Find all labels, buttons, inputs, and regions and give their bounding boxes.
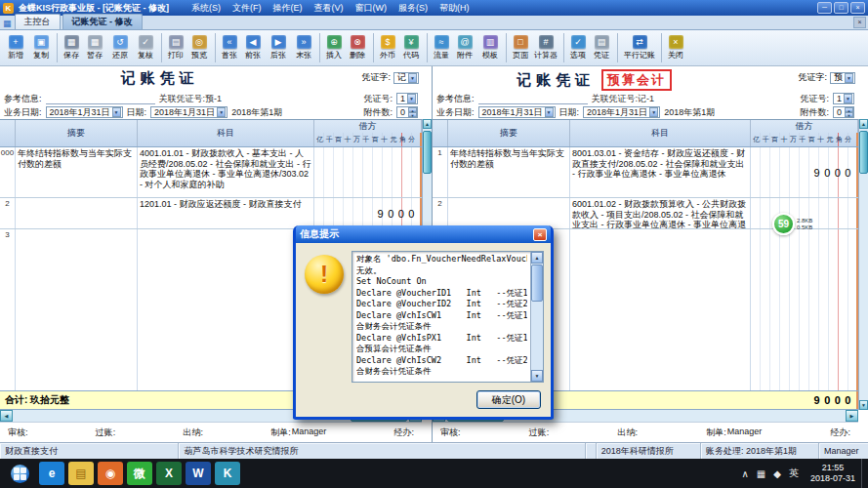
menu-item[interactable]: 操作(E) — [273, 2, 303, 15]
float-widget[interactable]: 59 2.8KB 0.5KB — [772, 213, 812, 235]
toolbar-button[interactable]: ¥ 代码 — [398, 33, 424, 62]
chevron-down-icon[interactable]: ▼ — [844, 94, 852, 103]
row-number[interactable]: 1 — [433, 147, 448, 197]
tray-icon[interactable]: ▦ — [757, 468, 765, 479]
account-cell[interactable] — [138, 229, 314, 390]
spin-down-icon[interactable]: ▼ — [845, 112, 853, 117]
taskbar-icon[interactable]: e — [39, 462, 64, 485]
chevron-down-icon[interactable]: ▼ — [649, 107, 658, 117]
toolbar-button[interactable]: ✓ 选项 — [563, 33, 589, 62]
dialog-close-icon[interactable]: × — [533, 228, 547, 241]
toolbar-button[interactable]: ▤ 打印 — [161, 33, 186, 62]
summary-cell[interactable] — [448, 198, 570, 228]
summary-cell[interactable]: 年终结转指标数与当年实际支付数的差额 — [448, 147, 570, 197]
debit-cell[interactable]: 9000 — [751, 147, 858, 197]
chevron-down-icon[interactable]: ▼ — [845, 73, 853, 83]
voucher-no-select[interactable]: 1 ▼ — [396, 93, 418, 104]
row-number[interactable]: 2 — [0, 198, 16, 228]
dialog-scrollbar[interactable]: ▲ ▼ — [530, 252, 543, 382]
voucher-no-select[interactable]: 1 ▼ — [833, 93, 854, 104]
toolbar-button[interactable]: « 首张 — [215, 33, 240, 62]
chevron-down-icon[interactable]: ▼ — [407, 94, 416, 103]
toolbar-button[interactable]: @ 附件 — [452, 33, 477, 62]
reference-input[interactable] — [478, 94, 588, 104]
toolbar-button[interactable]: ◀ 前张 — [240, 33, 266, 62]
speed-badge[interactable]: 59 — [772, 213, 795, 235]
taskbar-icon[interactable]: X — [156, 462, 182, 485]
voucher-word-select[interactable]: 记 ▼ — [393, 72, 419, 84]
toolbar-button[interactable]: ▦ 暂存 — [82, 33, 107, 62]
toolbar-button[interactable]: + 新增 — [3, 33, 28, 62]
debit-cell[interactable]: 9000 — [314, 198, 422, 228]
tray-icon[interactable]: ∧ — [741, 468, 748, 479]
toolbar-button[interactable]: × 关闭 — [661, 33, 686, 62]
debit-cell[interactable] — [751, 229, 858, 390]
tab[interactable]: 主控台 — [15, 14, 61, 29]
menu-item[interactable]: 帮助(H) — [439, 2, 470, 15]
tab-close-icon[interactable]: × — [853, 17, 866, 28]
taskbar-icon[interactable]: ◉ — [98, 462, 123, 485]
scroll-up-icon[interactable]: ▲ — [531, 252, 543, 264]
scroll-down-icon[interactable]: ▼ — [859, 400, 868, 410]
chevron-down-icon[interactable]: ▼ — [217, 107, 226, 117]
menu-item[interactable]: 窗口(W) — [355, 2, 388, 15]
scroll-right-icon[interactable]: ▶ — [846, 410, 858, 422]
toolbar-button[interactable]: » 末张 — [291, 33, 316, 62]
toolbar-button[interactable]: ⊕ 插入 — [319, 33, 345, 62]
menu-item[interactable]: 文件(F) — [232, 2, 262, 15]
scrollbar-track[interactable] — [531, 264, 543, 370]
toolbar-button[interactable]: ⊗ 删除 — [345, 33, 370, 62]
toolbar-button[interactable]: ▥ 模板 — [477, 33, 503, 62]
row-number[interactable]: 3 — [0, 229, 16, 390]
scroll-left-icon[interactable]: ◀ — [0, 410, 13, 422]
reference-input[interactable] — [46, 94, 155, 104]
taskbar-icon[interactable]: ▤ — [68, 462, 94, 485]
minimize-button[interactable]: ─ — [817, 2, 832, 14]
scroll-down-icon[interactable]: ▼ — [531, 370, 543, 382]
spin-down-icon[interactable]: ▼ — [408, 112, 417, 117]
toolbar-button[interactable]: ⇄ 平行记账 — [617, 33, 658, 62]
biz-date-picker[interactable]: 2018年1月31日 ▼ — [46, 106, 123, 118]
summary-cell[interactable]: 年终结转指标数与当年实际支付数的差额 — [16, 147, 138, 197]
row-number[interactable]: 2 — [433, 198, 448, 228]
toolbar-button[interactable]: □ 页面 — [506, 33, 531, 62]
toolbar-button[interactable]: # 计算器 — [531, 33, 560, 62]
scroll-up-icon[interactable]: ▲ — [423, 119, 432, 129]
account-cell[interactable] — [570, 229, 751, 390]
ok-button[interactable]: 确定(O) — [476, 390, 541, 409]
toolbar-button[interactable]: ▤ 凭证 — [589, 33, 614, 62]
summary-cell[interactable] — [16, 229, 138, 390]
toolbar-button[interactable]: $ 外币 — [373, 33, 398, 62]
attachment-count-spinner[interactable]: 0 ▲▼ — [396, 106, 418, 118]
account-cell[interactable]: 4001.01.01 - 财政拨款收入 - 基本支出 - 人员经费/208.05… — [138, 147, 314, 197]
menu-item[interactable]: 查看(V) — [314, 2, 344, 15]
scrollbar-thumb[interactable] — [423, 131, 432, 174]
tray-icon[interactable]: ◆ — [773, 468, 781, 479]
start-button[interactable] — [2, 459, 37, 488]
tray-icon[interactable]: 英 — [789, 467, 799, 480]
date-picker[interactable]: 2018年1月31日 ▼ — [583, 106, 660, 118]
account-cell[interactable]: 1201.01 - 财政应返还额度 - 财政直接支付 — [138, 198, 314, 228]
scrollbar-thumb[interactable] — [859, 131, 868, 174]
taskbar-icon[interactable]: K — [215, 462, 240, 485]
toolbar-button[interactable]: ▣ 复制 — [28, 33, 54, 62]
taskbar-icon[interactable]: W — [186, 462, 211, 485]
summary-cell[interactable] — [16, 198, 138, 228]
menu-item[interactable]: 系统(S) — [191, 2, 221, 15]
show-desktop-button[interactable] — [861, 459, 866, 488]
maximize-button[interactable]: □ — [834, 2, 848, 14]
menu-item[interactable]: 服务(S) — [398, 2, 428, 15]
chevron-down-icon[interactable]: ▼ — [545, 107, 554, 117]
vertical-scrollbar[interactable]: ▲ ▼ — [858, 119, 868, 410]
toolbar-button[interactable]: ▶ 后张 — [266, 33, 291, 62]
biz-date-picker[interactable]: 2018年1月31日 ▼ — [478, 106, 556, 118]
chevron-down-icon[interactable]: ▼ — [112, 107, 121, 117]
toolbar-button[interactable]: ◎ 预览 — [186, 33, 212, 62]
taskbar-icon[interactable]: 微 — [127, 462, 152, 485]
row-number[interactable]: 000 — [0, 147, 16, 197]
scroll-up-icon[interactable]: ▲ — [859, 119, 868, 129]
toolbar-button[interactable]: ✓ 复核 — [133, 33, 158, 62]
close-button[interactable]: × — [850, 2, 865, 14]
dialog-titlebar[interactable]: 信息提示 × — [296, 225, 551, 243]
account-cell[interactable]: 8001.03.01 - 资金结存 - 财政应返还额度 - 财政直接支付/208… — [570, 147, 751, 197]
